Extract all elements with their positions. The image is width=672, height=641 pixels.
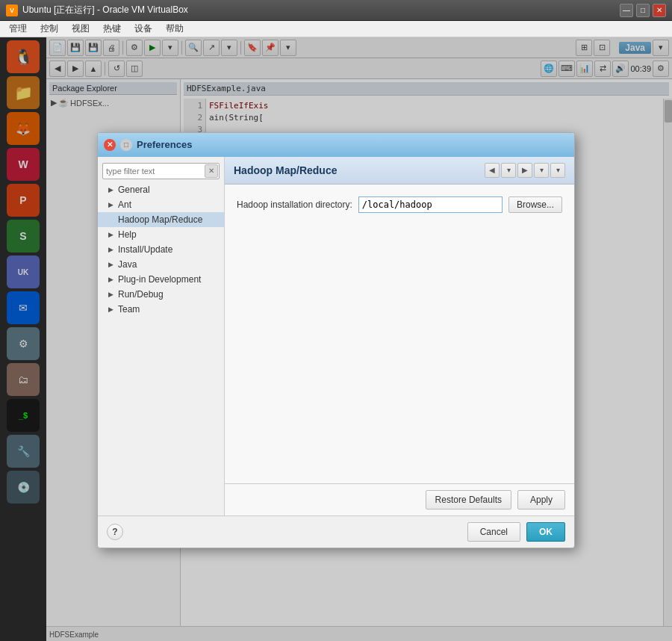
nav-arrow-help: ▶ <box>108 231 116 238</box>
menu-help[interactable]: 帮助 <box>160 21 190 37</box>
nav-item-install[interactable]: ▶ Install/Update <box>98 242 224 257</box>
nav-item-team[interactable]: ▶ Team <box>98 302 224 317</box>
nav-arrow-plugin: ▶ <box>108 276 116 283</box>
nav-item-java[interactable]: ▶ Java <box>98 257 224 272</box>
nav-item-help[interactable]: ▶ Help <box>98 227 224 242</box>
content-footer-actions: Restore Defaults Apply <box>225 483 574 515</box>
nav-label-ant: Ant <box>118 199 131 210</box>
nav-label-install: Install/Update <box>118 244 172 255</box>
menu-hotkey[interactable]: 热键 <box>97 21 127 37</box>
nav-label-rundebug: Run/Debug <box>118 289 164 300</box>
ok-button[interactable]: OK <box>526 522 565 542</box>
eclipse-area: 🐧 📁 🦊 W P S UK ✉ ⚙ 🗂 _$ 🔧 💿 📄 💾 💾 🖨 ⚙ ▶ … <box>0 37 672 641</box>
hadoop-dir-row: Hadoop installation directory: Browse... <box>237 196 562 213</box>
filter-box: ✕ <box>102 163 220 179</box>
menu-view[interactable]: 视图 <box>66 21 96 37</box>
maximize-button[interactable]: □ <box>636 4 650 17</box>
window-titlebar: V Ubuntu [正在运行] - Oracle VM VirtualBox —… <box>0 0 672 21</box>
dialog-title: Preferences <box>137 139 568 150</box>
preferences-dialog: ✕ □ Preferences ✕ ▶ General <box>97 132 575 548</box>
close-button[interactable]: ✕ <box>653 4 666 17</box>
dialog-content: Hadoop Map/Reduce ◀ ▾ ▶ ▾ ▾ Hadoop insta… <box>225 157 574 515</box>
virtualbox-icon: V <box>6 4 18 16</box>
nav-arrow-install: ▶ <box>108 246 116 253</box>
footer-main: ? Cancel OK <box>107 522 565 542</box>
minimize-button[interactable]: — <box>620 4 633 17</box>
restore-defaults-button[interactable]: Restore Defaults <box>426 490 511 510</box>
dialog-body: ✕ ▶ General ▶ Ant Hadoop Map/Reduce <box>98 157 574 515</box>
back-dropdown-button[interactable]: ▾ <box>501 163 516 178</box>
nav-label-plugin: Plug-in Development <box>118 274 201 285</box>
menu-control[interactable]: 控制 <box>34 21 64 37</box>
footer-buttons: Cancel OK <box>467 522 565 542</box>
help-button[interactable]: ? <box>107 524 123 540</box>
dialog-minimize-button[interactable]: □ <box>120 139 132 151</box>
filter-clear-button[interactable]: ✕ <box>205 164 218 178</box>
nav-item-general[interactable]: ▶ General <box>98 182 224 197</box>
nav-arrow-ant: ▶ <box>108 201 116 208</box>
hadoop-dir-label: Hadoop installation directory: <box>237 199 352 210</box>
browse-button[interactable]: Browse... <box>508 196 562 213</box>
nav-label-java: Java <box>118 259 137 270</box>
forward-nav-button[interactable]: ▶ <box>517 163 532 178</box>
content-header: Hadoop Map/Reduce ◀ ▾ ▶ ▾ ▾ <box>225 157 574 185</box>
nav-arrow-general: ▶ <box>108 186 116 193</box>
dialog-nav: ✕ ▶ General ▶ Ant Hadoop Map/Reduce <box>98 157 225 515</box>
nav-label-team: Team <box>118 304 140 315</box>
nav-arrow-rundebug: ▶ <box>108 291 116 298</box>
hadoop-dir-input[interactable] <box>358 196 503 213</box>
cancel-button[interactable]: Cancel <box>467 522 520 542</box>
dialog-footer: ? Cancel OK <box>98 515 574 548</box>
nav-label-hadoop: Hadoop Map/Reduce <box>118 214 202 225</box>
nav-item-ant[interactable]: ▶ Ant <box>98 197 224 212</box>
content-main: Hadoop installation directory: Browse... <box>225 185 574 483</box>
nav-arrow-java: ▶ <box>108 261 116 268</box>
content-nav-buttons: ◀ ▾ ▶ ▾ ▾ <box>485 163 565 178</box>
back-nav-button[interactable]: ◀ <box>485 163 500 178</box>
more-nav-button[interactable]: ▾ <box>550 163 565 178</box>
nav-item-hadoop[interactable]: Hadoop Map/Reduce <box>98 212 224 227</box>
nav-label-general: General <box>118 185 150 195</box>
menu-manage[interactable]: 管理 <box>3 21 33 37</box>
os-menu-bar: 管理 控制 视图 热键 设备 帮助 <box>0 21 672 37</box>
menu-device[interactable]: 设备 <box>128 21 158 37</box>
nav-item-plugin[interactable]: ▶ Plug-in Development <box>98 272 224 287</box>
window-title: Ubuntu [正在运行] - Oracle VM VirtualBox <box>22 4 615 16</box>
dialog-close-button[interactable]: ✕ <box>104 139 116 151</box>
nav-item-rundebug[interactable]: ▶ Run/Debug <box>98 287 224 302</box>
forward-dropdown-button[interactable]: ▾ <box>534 163 549 178</box>
apply-button[interactable]: Apply <box>517 490 565 510</box>
dialog-overlay: ✕ □ Preferences ✕ ▶ General <box>0 37 672 641</box>
content-title: Hadoop Map/Reduce <box>234 164 337 176</box>
dialog-titlebar: ✕ □ Preferences <box>98 133 574 157</box>
window-controls: — □ ✕ <box>620 4 666 17</box>
nav-arrow-team: ▶ <box>108 306 116 313</box>
nav-label-help: Help <box>118 229 137 240</box>
filter-input[interactable] <box>102 163 220 179</box>
